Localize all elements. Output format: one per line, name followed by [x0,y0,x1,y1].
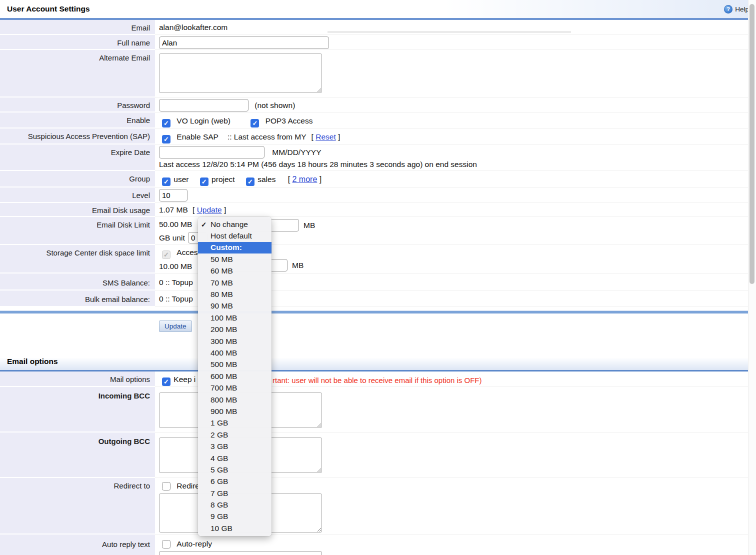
row-disk-limit: Email Disk Limit 50.00 MB GB unit [0,217,748,245]
email-options-header: Email options [0,353,748,372]
dropdown-option[interactable]: ✓No change [198,218,272,230]
dropdown-option-label: Custom: [210,243,242,252]
auto-reply-label: Auto reply text [0,534,155,555]
keep-mail-checkbox[interactable]: ✓ [162,378,170,386]
dropdown-option-label: 90 MB [210,302,233,310]
dropdown-option[interactable]: 100 MB [198,312,272,324]
expire-date-input[interactable] [159,146,264,158]
dropdown-option[interactable]: 90 MB [198,300,272,312]
check-icon: ✓ [246,178,254,186]
group-sales-checkbox[interactable]: ✓ [246,178,254,186]
group-project-checkbox[interactable]: ✓ [200,178,208,186]
level-label: Level [0,188,155,203]
bulk-balance-label: Bulk email balance: [0,290,155,307]
dropdown-option[interactable]: 10 GB [198,522,272,534]
dropdown-option-label: 200 MB [210,325,237,334]
dropdown-option[interactable]: 4 GB [198,452,272,464]
dropdown-option[interactable]: 70 MB [198,277,272,288]
row-redirect: Redirect to Redire [0,478,748,534]
storage-unit-label: MB [292,261,304,270]
date-format-hint: MM/DD/YYYY [272,148,321,156]
header-bar: User Account Settings ? Help [0,0,756,20]
keep-mail-label-fragment: Keep i [174,375,196,384]
dropdown-option[interactable]: 3 GB [198,440,272,452]
dropdown-option[interactable]: 2 GB [198,429,272,440]
password-note: (not shown) [254,101,295,110]
dropdown-option-label: 5 GB [210,466,228,474]
dropdown-option[interactable]: 6 GB [198,476,272,488]
redirect-label: Redirect to [0,478,155,534]
row-level: Level [0,188,748,203]
dropdown-option[interactable]: 600 MB [198,370,272,382]
dropdown-option[interactable]: Host default [198,230,272,242]
row-bulk-balance: Bulk email balance: 0 :: Topup [0,290,748,307]
dropdown-option[interactable]: 800 MB [198,394,272,406]
help-label: Help [735,6,749,13]
dropdown-option[interactable]: 700 MB [198,382,272,394]
vo-login-label: VO Login (web) [176,116,230,125]
bulk-balance-value: 0 :: Topup [159,294,193,303]
sap-reset-link[interactable]: Reset [316,132,336,141]
full-name-input[interactable] [159,36,329,49]
page: User Account Settings ? Help Email alan@… [0,0,756,555]
dropdown-option[interactable]: 1 GB [198,418,272,429]
dropdown-option[interactable]: 60 MB [198,266,272,277]
level-input[interactable] [159,189,188,202]
scrollbar-thumb[interactable] [750,4,754,284]
disk-usage-label: Email Disk usage [0,203,155,217]
row-full-name: Full name [0,35,748,50]
enable-sap-checkbox[interactable]: ✓ [162,135,170,144]
group-user-label: user [174,175,188,184]
alternate-email-label: Alternate Email [0,50,155,98]
group-more-link[interactable]: 2 more [292,175,318,184]
dropdown-option[interactable]: 9 GB [198,511,272,522]
dropdown-option[interactable]: 500 MB [198,359,272,370]
dropdown-option[interactable]: 200 MB [198,324,272,336]
group-user-checkbox[interactable]: ✓ [162,178,170,186]
redirect-checkbox[interactable] [162,482,170,490]
check-icon: ✓ [162,251,170,258]
auto-reply-checkbox[interactable] [162,540,170,548]
dropdown-option[interactable]: 400 MB [198,347,272,358]
bracket: ] [320,175,322,184]
check-icon: ✓ [162,178,170,186]
email-label: Email [0,20,155,35]
page-title: User Account Settings [7,4,90,14]
email-value: alan@lookafter.com [159,23,228,32]
update-area: Update [0,314,756,353]
disk-usage-value: 1.07 MB [159,206,188,214]
dropdown-option-label: 4 GB [210,454,228,463]
scrollbar-track[interactable] [748,0,756,555]
dropdown-option[interactable]: 50 MB [198,254,272,265]
check-icon: ✓ [162,378,170,386]
dropdown-option[interactable]: 7 GB [198,488,272,499]
dropdown-option[interactable]: 900 MB [198,406,272,417]
dropdown-option[interactable]: Custom: [198,242,272,254]
dropdown-option-label: Host default [210,232,252,240]
vo-login-checkbox[interactable]: ✓ [162,119,170,128]
help-button[interactable]: ? Help [724,5,749,14]
pop3-checkbox[interactable]: ✓ [250,119,259,128]
auto-reply-checkbox-label: Auto-reply [176,540,212,548]
row-incoming-bcc: Incoming BCC [0,387,748,432]
check-icon: ✓ [250,119,259,128]
dropdown-option-label: 100 MB [210,314,237,322]
sap-label: Suspicious Access Prevention (SAP) [0,128,155,144]
disk-usage-update-link[interactable]: Update [197,206,222,214]
update-button[interactable]: Update [159,320,192,332]
expire-date-label: Expire Date [0,144,155,171]
row-disk-usage: Email Disk usage 1.07 MB [ Update ] [0,203,748,217]
password-input[interactable] [159,99,248,112]
alternate-email-textarea[interactable] [159,54,322,93]
dropdown-option[interactable]: 300 MB [198,336,272,347]
auto-reply-input[interactable] [159,551,322,555]
dropdown-option[interactable]: 8 GB [198,499,272,510]
checkmark-icon: ✓ [201,220,210,228]
dropdown-option-label: 1 GB [210,418,228,428]
help-icon: ? [724,5,732,14]
dropdown-option-label: 10 GB [210,524,232,533]
row-auto-reply: Auto reply text Auto-reply [0,534,748,555]
dropdown-option[interactable]: 5 GB [198,464,272,476]
dropdown-option[interactable]: 80 MB [198,288,272,300]
bracket: [ [192,206,194,214]
